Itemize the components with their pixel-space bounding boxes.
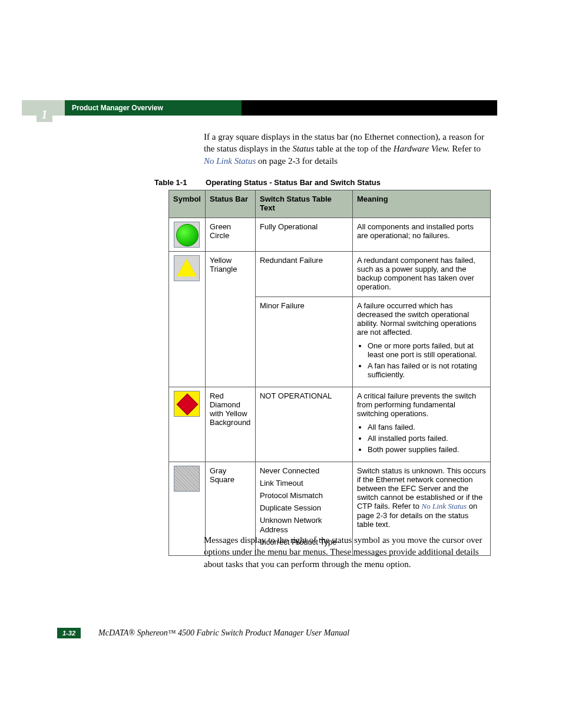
th-status-bar: Status Bar — [205, 190, 255, 218]
table-row: Red Diamond with Yellow Background NOT O… — [169, 387, 491, 462]
table-row: Yellow Triangle Redundant Failure A redu… — [169, 252, 491, 297]
table-caption-title: Operating Status - Status Bar and Switch… — [206, 178, 381, 187]
meaning-text: All components and installed ports are o… — [352, 218, 490, 252]
green-circle-icon — [174, 222, 200, 248]
bullet-item: A fan has failed or is not rotating suff… — [368, 361, 486, 379]
bullet-item: All fans failed. — [368, 423, 486, 431]
meaning-text: A critical failure prevents the switch f… — [352, 387, 490, 462]
table-row: Green Circle Fully Operational All compo… — [169, 218, 491, 252]
footer-title: McDATA® Sphereon™ 4500 Fabric Switch Pro… — [98, 628, 349, 638]
bullet-item: Both power supplies failed. — [368, 445, 486, 454]
intro-paragraph: If a gray square displays in the status … — [204, 131, 491, 167]
th-meaning: Meaning — [352, 190, 490, 218]
table-header-row: Symbol Status Bar Switch Status Table Te… — [169, 190, 491, 218]
symbol-cell — [169, 252, 206, 387]
table-caption-num: Table 1-1 — [154, 178, 187, 187]
intro-mid: table at the top of the — [314, 144, 394, 153]
no-link-status-link[interactable]: No Link Status — [422, 502, 467, 510]
bullet-item: One or more ports failed, but at least o… — [368, 341, 486, 359]
page-number: 1-32 — [57, 628, 81, 638]
symbol-cell — [169, 218, 206, 252]
meaning-text: A failure occurred which has decreased t… — [352, 297, 490, 387]
bullet-item: All installed ports failed. — [368, 434, 486, 443]
status-bar-text: Red Diamond with Yellow Background — [205, 387, 255, 462]
outro-paragraph: Messages display to the right of the sta… — [204, 534, 491, 570]
page-footer: 1-32 McDATA® Sphereon™ 4500 Fabric Switc… — [57, 628, 505, 638]
intro-post1: Refer to — [449, 144, 480, 153]
switch-line: Never Connected — [260, 466, 348, 476]
th-symbol: Symbol — [169, 190, 206, 218]
status-table: Symbol Status Bar Switch Status Table Te… — [168, 190, 491, 556]
header-bar: Product Manager Overview — [22, 100, 497, 116]
chapter-number: 1 — [37, 107, 52, 122]
switch-line: Unknown Network Address — [260, 516, 348, 536]
status-bar-text: Yellow Triangle — [205, 252, 255, 387]
no-link-status-link[interactable]: No Link Status — [204, 156, 256, 166]
header-black-block — [242, 100, 497, 116]
switch-line: Protocol Mismatch — [260, 491, 348, 501]
switch-status-text: NOT OPERATIONAL — [255, 387, 352, 462]
intro-em1: Status — [292, 144, 314, 153]
th-switch-text: Switch Status Table Text — [255, 190, 352, 218]
gray-square-icon — [174, 466, 200, 492]
status-bar-text: Green Circle — [205, 218, 255, 252]
meaning-text: A redundant component has failed, such a… — [352, 252, 490, 297]
red-diamond-icon — [174, 391, 200, 417]
switch-status-text: Minor Failure — [255, 297, 352, 387]
section-title: Product Manager Overview — [65, 100, 242, 116]
switch-status-text: Fully Operational — [255, 218, 352, 252]
intro-em2: Hardware View. — [394, 144, 450, 153]
symbol-cell — [169, 387, 206, 462]
switch-line: Duplicate Session — [260, 503, 348, 513]
meaning-intro: A failure occurred which has decreased t… — [357, 301, 486, 337]
table-caption: Table 1-1 Operating Status - Status Bar … — [154, 178, 381, 187]
symbol-cell — [169, 462, 206, 556]
intro-post2: on page 2-3 for details — [256, 156, 338, 166]
switch-status-text: Redundant Failure — [255, 252, 352, 297]
meaning-intro: A critical failure prevents the switch f… — [357, 391, 486, 418]
yellow-triangle-icon — [174, 255, 200, 281]
switch-line: Link Timeout — [260, 479, 348, 489]
